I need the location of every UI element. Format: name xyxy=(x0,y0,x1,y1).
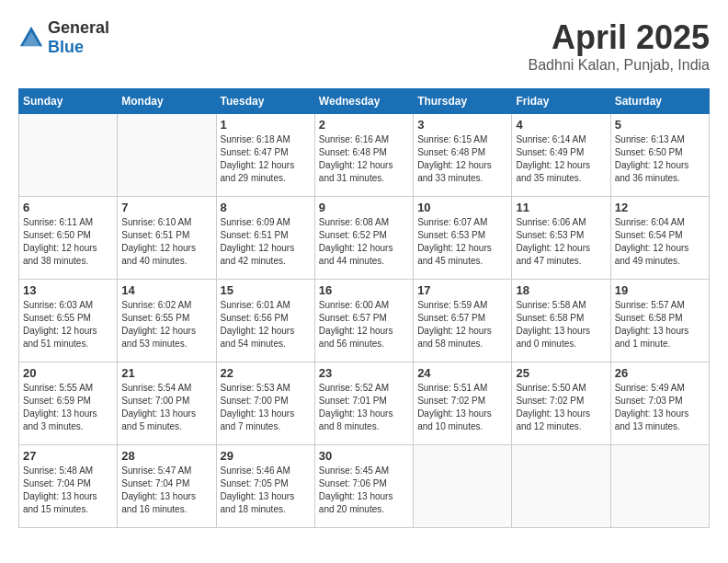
day-info: Sunrise: 5:55 AM Sunset: 6:59 PM Dayligh… xyxy=(23,382,113,433)
day-cell: 18Sunrise: 5:58 AM Sunset: 6:58 PM Dayli… xyxy=(512,280,610,362)
week-row: 6Sunrise: 6:11 AM Sunset: 6:50 PM Daylig… xyxy=(19,197,710,280)
day-info: Sunrise: 6:00 AM Sunset: 6:57 PM Dayligh… xyxy=(319,299,409,350)
day-info: Sunrise: 5:57 AM Sunset: 6:58 PM Dayligh… xyxy=(615,299,705,350)
header-cell-wednesday: Wednesday xyxy=(314,89,413,114)
day-info: Sunrise: 6:09 AM Sunset: 6:51 PM Dayligh… xyxy=(221,216,311,268)
day-number: 6 xyxy=(23,201,113,214)
header-row: SundayMondayTuesdayWednesdayThursdayFrid… xyxy=(19,89,710,114)
day-info: Sunrise: 5:47 AM Sunset: 7:04 PM Dayligh… xyxy=(121,465,211,516)
day-info: Sunrise: 6:08 AM Sunset: 6:52 PM Dayligh… xyxy=(319,216,409,268)
day-cell: 25Sunrise: 5:50 AM Sunset: 7:02 PM Dayli… xyxy=(512,362,610,445)
day-number: 16 xyxy=(319,283,409,297)
month-title: April 2025 xyxy=(529,18,710,57)
day-cell: 22Sunrise: 5:53 AM Sunset: 7:00 PM Dayli… xyxy=(216,362,314,445)
logo: General Blue xyxy=(18,18,109,57)
day-cell: 23Sunrise: 5:52 AM Sunset: 7:01 PM Dayli… xyxy=(314,362,413,445)
day-cell: 9Sunrise: 6:08 AM Sunset: 6:52 PM Daylig… xyxy=(314,197,413,280)
day-number: 22 xyxy=(221,366,311,380)
day-number: 17 xyxy=(417,283,507,297)
day-info: Sunrise: 6:10 AM Sunset: 6:51 PM Dayligh… xyxy=(121,216,211,268)
day-cell: 11Sunrise: 6:06 AM Sunset: 6:53 PM Dayli… xyxy=(512,197,610,280)
day-cell: 1Sunrise: 6:18 AM Sunset: 6:47 PM Daylig… xyxy=(216,114,314,197)
day-number: 4 xyxy=(516,118,606,132)
day-cell: 21Sunrise: 5:54 AM Sunset: 7:00 PM Dayli… xyxy=(118,362,216,445)
header-cell-friday: Friday xyxy=(512,89,610,114)
day-cell: 27Sunrise: 5:48 AM Sunset: 7:04 PM Dayli… xyxy=(19,445,118,528)
day-info: Sunrise: 6:07 AM Sunset: 6:53 PM Dayligh… xyxy=(417,216,507,268)
day-number: 30 xyxy=(319,449,409,463)
day-number: 7 xyxy=(121,201,211,214)
day-cell xyxy=(19,114,118,197)
day-cell: 2Sunrise: 6:16 AM Sunset: 6:48 PM Daylig… xyxy=(314,114,413,197)
day-number: 27 xyxy=(23,449,113,463)
day-cell: 13Sunrise: 6:03 AM Sunset: 6:55 PM Dayli… xyxy=(19,280,118,362)
day-number: 23 xyxy=(319,366,409,380)
logo-blue: Blue xyxy=(48,38,84,56)
week-row: 13Sunrise: 6:03 AM Sunset: 6:55 PM Dayli… xyxy=(19,280,710,362)
header-cell-monday: Monday xyxy=(118,89,216,114)
header-cell-saturday: Saturday xyxy=(610,89,709,114)
week-row: 20Sunrise: 5:55 AM Sunset: 6:59 PM Dayli… xyxy=(19,362,710,445)
logo-general: General xyxy=(48,18,109,37)
calendar-table: SundayMondayTuesdayWednesdayThursdayFrid… xyxy=(18,88,710,528)
day-number: 14 xyxy=(121,283,211,297)
day-number: 19 xyxy=(615,283,705,297)
day-info: Sunrise: 6:16 AM Sunset: 6:48 PM Dayligh… xyxy=(319,133,409,185)
day-cell: 20Sunrise: 5:55 AM Sunset: 6:59 PM Dayli… xyxy=(19,362,118,445)
day-cell: 24Sunrise: 5:51 AM Sunset: 7:02 PM Dayli… xyxy=(414,362,512,445)
header-cell-sunday: Sunday xyxy=(19,89,118,114)
day-cell: 12Sunrise: 6:04 AM Sunset: 6:54 PM Dayli… xyxy=(610,197,709,280)
day-info: Sunrise: 6:18 AM Sunset: 6:47 PM Dayligh… xyxy=(221,133,311,185)
day-info: Sunrise: 5:49 AM Sunset: 7:03 PM Dayligh… xyxy=(615,382,705,433)
day-info: Sunrise: 5:48 AM Sunset: 7:04 PM Dayligh… xyxy=(23,465,113,516)
day-info: Sunrise: 6:03 AM Sunset: 6:55 PM Dayligh… xyxy=(23,299,113,350)
day-info: Sunrise: 5:52 AM Sunset: 7:01 PM Dayligh… xyxy=(319,382,409,433)
location-title: Badhni Kalan, Punjab, India xyxy=(529,57,710,74)
day-cell: 3Sunrise: 6:15 AM Sunset: 6:48 PM Daylig… xyxy=(414,114,512,197)
day-cell: 17Sunrise: 5:59 AM Sunset: 6:57 PM Dayli… xyxy=(414,280,512,362)
day-info: Sunrise: 5:58 AM Sunset: 6:58 PM Dayligh… xyxy=(516,299,606,350)
day-cell: 30Sunrise: 5:45 AM Sunset: 7:06 PM Dayli… xyxy=(314,445,413,528)
day-number: 12 xyxy=(615,201,705,214)
day-cell xyxy=(512,445,610,528)
day-cell: 6Sunrise: 6:11 AM Sunset: 6:50 PM Daylig… xyxy=(19,197,118,280)
header-cell-thursday: Thursday xyxy=(414,89,512,114)
day-cell: 5Sunrise: 6:13 AM Sunset: 6:50 PM Daylig… xyxy=(610,114,709,197)
day-info: Sunrise: 5:51 AM Sunset: 7:02 PM Dayligh… xyxy=(417,382,507,433)
day-number: 18 xyxy=(516,283,606,297)
day-info: Sunrise: 6:01 AM Sunset: 6:56 PM Dayligh… xyxy=(221,299,311,350)
day-number: 2 xyxy=(319,118,409,132)
day-cell: 26Sunrise: 5:49 AM Sunset: 7:03 PM Dayli… xyxy=(610,362,709,445)
day-number: 28 xyxy=(121,449,211,463)
day-cell: 15Sunrise: 6:01 AM Sunset: 6:56 PM Dayli… xyxy=(216,280,314,362)
day-number: 24 xyxy=(417,366,507,380)
day-number: 10 xyxy=(417,201,507,214)
day-info: Sunrise: 6:04 AM Sunset: 6:54 PM Dayligh… xyxy=(615,216,705,268)
day-number: 3 xyxy=(417,118,507,132)
header: General Blue April 2025 Badhni Kalan, Pu… xyxy=(18,18,710,74)
day-info: Sunrise: 6:14 AM Sunset: 6:49 PM Dayligh… xyxy=(516,133,606,185)
day-cell: 28Sunrise: 5:47 AM Sunset: 7:04 PM Dayli… xyxy=(118,445,216,528)
day-info: Sunrise: 6:13 AM Sunset: 6:50 PM Dayligh… xyxy=(615,133,705,185)
day-info: Sunrise: 5:59 AM Sunset: 6:57 PM Dayligh… xyxy=(417,299,507,350)
day-info: Sunrise: 5:54 AM Sunset: 7:00 PM Dayligh… xyxy=(121,382,211,433)
day-cell xyxy=(414,445,512,528)
day-number: 8 xyxy=(221,201,311,214)
day-info: Sunrise: 6:06 AM Sunset: 6:53 PM Dayligh… xyxy=(516,216,606,268)
day-cell: 19Sunrise: 5:57 AM Sunset: 6:58 PM Dayli… xyxy=(610,280,709,362)
week-row: 27Sunrise: 5:48 AM Sunset: 7:04 PM Dayli… xyxy=(19,445,710,528)
day-number: 9 xyxy=(319,201,409,214)
day-number: 1 xyxy=(221,118,311,132)
day-cell xyxy=(118,114,216,197)
day-number: 26 xyxy=(615,366,705,380)
day-number: 25 xyxy=(516,366,606,380)
day-info: Sunrise: 6:02 AM Sunset: 6:55 PM Dayligh… xyxy=(121,299,211,350)
day-number: 11 xyxy=(516,201,606,214)
day-info: Sunrise: 5:45 AM Sunset: 7:06 PM Dayligh… xyxy=(319,465,409,516)
day-info: Sunrise: 6:11 AM Sunset: 6:50 PM Dayligh… xyxy=(23,216,113,268)
day-number: 15 xyxy=(221,283,311,297)
day-number: 20 xyxy=(23,366,113,380)
day-cell: 16Sunrise: 6:00 AM Sunset: 6:57 PM Dayli… xyxy=(314,280,413,362)
day-cell: 10Sunrise: 6:07 AM Sunset: 6:53 PM Dayli… xyxy=(414,197,512,280)
day-cell: 29Sunrise: 5:46 AM Sunset: 7:05 PM Dayli… xyxy=(216,445,314,528)
